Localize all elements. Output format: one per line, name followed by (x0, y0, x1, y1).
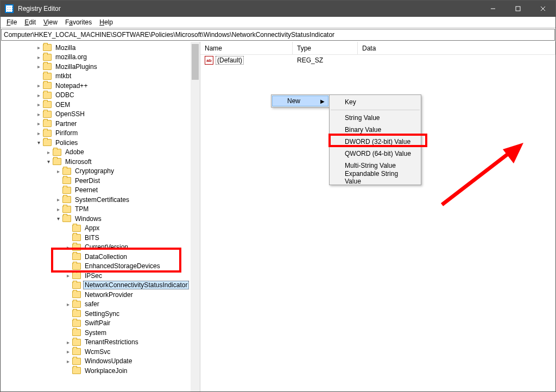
expand-icon[interactable] (34, 62, 43, 71)
tree-item-label: Cryptography (73, 167, 116, 175)
expand-icon[interactable] (34, 53, 43, 61)
menu-view[interactable]: View (40, 17, 61, 27)
expand-icon[interactable] (54, 167, 62, 175)
tree-item-mozilla-org[interactable]: mozilla.org (5, 53, 200, 62)
folder-icon (43, 101, 52, 108)
folder-icon (43, 73, 52, 80)
tree-item-workplacejoin[interactable]: WorkplaceJoin (5, 366, 200, 376)
submenu-binary-value[interactable]: Binary Value (330, 124, 421, 136)
tree-item-safer[interactable]: safer (5, 300, 200, 309)
expand-icon[interactable] (34, 119, 43, 128)
tree-item-openssh[interactable]: OpenSSH (5, 110, 200, 119)
tree-scrollbar[interactable] (191, 42, 200, 391)
tree-item-cryptography[interactable]: Cryptography (5, 167, 200, 176)
tree-item-label: SystemCertificates (73, 195, 131, 204)
tree-item-label: SettingSync (83, 309, 121, 318)
folder-icon (72, 272, 81, 279)
submenu-string-value[interactable]: String Value (330, 112, 421, 124)
tree-item-tpm[interactable]: TPM (5, 205, 200, 214)
folder-icon (62, 215, 71, 222)
folder-icon (72, 320, 81, 327)
tree-item-microsoft[interactable]: Microsoft (5, 157, 200, 167)
maximize-button[interactable] (506, 1, 530, 17)
context-menu-new[interactable]: New ▶ (272, 96, 328, 106)
tree-item-currentversion[interactable]: CurrentVersion (5, 243, 200, 252)
tree-item-wcmsvc[interactable]: WcmSvc (5, 347, 200, 357)
tree-item-label: SwiftPair (83, 319, 112, 327)
folder-icon (62, 196, 71, 203)
tree-item-oem[interactable]: OEM (5, 100, 200, 110)
tree-item-settingsync[interactable]: SettingSync (5, 309, 200, 319)
expand-icon[interactable] (34, 91, 43, 99)
close-button[interactable] (530, 1, 555, 17)
registry-tree[interactable]: Mozillamozilla.orgMozillaPluginsmtkbtNot… (1, 42, 200, 377)
column-name[interactable]: Name (200, 42, 293, 54)
expand-icon[interactable] (64, 271, 72, 280)
expand-icon[interactable] (64, 300, 72, 308)
expand-icon[interactable] (54, 195, 62, 204)
tree-item-mozilla[interactable]: Mozilla (5, 43, 200, 53)
address-bar[interactable]: Computer\HKEY_LOCAL_MACHINE\SOFTWARE\Pol… (1, 29, 555, 41)
expand-icon[interactable] (64, 357, 72, 365)
tree-item-label: NetworkConnectivityStatusIndicator (83, 281, 189, 289)
tree-item-adobe[interactable]: Adobe (5, 148, 200, 157)
tree-item-systemcertificates[interactable]: SystemCertificates (5, 195, 200, 205)
tree-item-system[interactable]: System (5, 328, 200, 338)
tree-item-label: Partner (54, 119, 78, 128)
tree-item-label: DataCollection (83, 252, 129, 261)
expand-icon[interactable] (64, 338, 72, 346)
collapse-icon[interactable] (44, 157, 53, 166)
menu-edit[interactable]: Edit (21, 17, 40, 27)
tree-item-odbc[interactable]: ODBC (5, 91, 200, 100)
menu-file[interactable]: File (3, 17, 21, 27)
tree-item-mozillaplugins[interactable]: MozillaPlugins (5, 62, 200, 72)
tree-item-ipsec[interactable]: IPSec (5, 271, 200, 281)
submenu-qword-value[interactable]: QWORD (64-bit) Value (330, 148, 421, 160)
tree-item-peerdist[interactable]: PeerDist (5, 176, 200, 186)
menu-favorites[interactable]: Favorites (61, 17, 96, 27)
tree-item-partner[interactable]: Partner (5, 119, 200, 129)
tree-item-notepad-[interactable]: Notepad++ (5, 81, 200, 91)
tree-item-enhancedstoragedevices[interactable]: EnhancedStorageDevices (5, 262, 200, 271)
expand-icon[interactable] (34, 81, 43, 90)
submenu-expandablestring-value[interactable]: Expandable String Value (330, 172, 421, 184)
expand-icon[interactable] (34, 100, 43, 109)
scrollbar-thumb[interactable] (192, 44, 199, 80)
column-type[interactable]: Type (293, 42, 358, 54)
submenu-dword-value[interactable]: DWORD (32-bit) Value (330, 136, 421, 148)
context-submenu-new: Key String Value Binary Value DWORD (32-… (329, 94, 421, 185)
minimize-button[interactable] (481, 1, 506, 17)
expand-icon[interactable] (64, 347, 72, 356)
folder-icon (72, 329, 81, 336)
column-data[interactable]: Data (358, 42, 555, 54)
expand-icon[interactable] (54, 205, 62, 213)
expand-icon[interactable] (64, 243, 72, 251)
collapse-icon[interactable] (34, 138, 43, 147)
menu-help[interactable]: Help (96, 17, 117, 27)
expand-icon[interactable] (34, 129, 43, 137)
expand-icon[interactable] (34, 110, 43, 118)
tree-item-networkconnectivitystatusindicator[interactable]: NetworkConnectivityStatusIndicator (5, 281, 200, 290)
tree-item-swiftpair[interactable]: SwiftPair (5, 319, 200, 328)
tree-item-label: NetworkProvider (83, 290, 135, 299)
tree-item-policies[interactable]: Policies (5, 138, 200, 148)
tree-item-peernet[interactable]: Peernet (5, 186, 200, 195)
expand-none-icon (64, 309, 72, 318)
expand-icon[interactable] (34, 43, 43, 52)
tree-item-piriform[interactable]: Piriform (5, 129, 200, 138)
submenu-key[interactable]: Key (330, 96, 421, 108)
window-title: Registry Editor (18, 5, 481, 12)
tree-item-appx[interactable]: Appx (5, 224, 200, 233)
collapse-icon[interactable] (54, 214, 62, 223)
tree-item-bits[interactable]: BITS (5, 233, 200, 243)
value-row-default[interactable]: (Default) REG_SZ (200, 55, 555, 66)
tree-item-networkprovider[interactable]: NetworkProvider (5, 290, 200, 300)
tree-item-mtkbt[interactable]: mtkbt (5, 72, 200, 81)
tree-item-datacollection[interactable]: DataCollection (5, 252, 200, 262)
tree-item-label: Adobe (64, 148, 86, 156)
expand-icon[interactable] (44, 148, 53, 156)
registry-editor-window: Registry Editor File Edit View Favorites… (0, 0, 556, 392)
tree-item-windows[interactable]: Windows (5, 214, 200, 224)
tree-item-tenantrestrictions[interactable]: TenantRestrictions (5, 338, 200, 347)
tree-item-windowsupdate[interactable]: WindowsUpdate (5, 357, 200, 366)
